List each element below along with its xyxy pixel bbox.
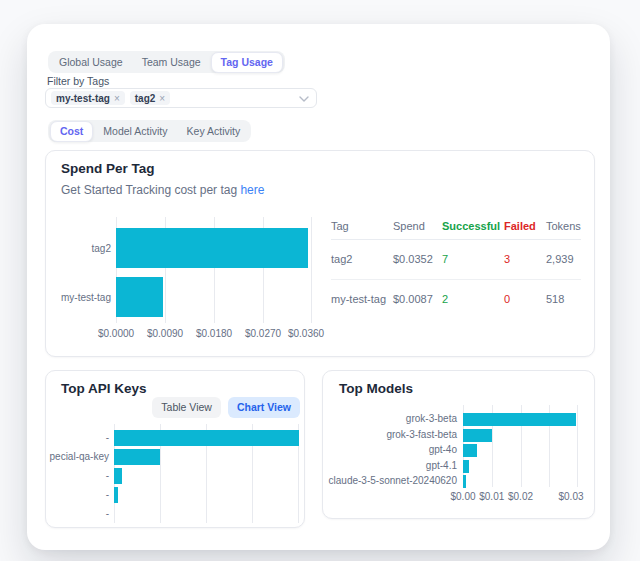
bar-api-key bbox=[114, 487, 118, 503]
bar-gpt-4-1 bbox=[463, 460, 469, 473]
here-link[interactable]: here bbox=[240, 183, 264, 197]
col-header-tag: Tag bbox=[331, 213, 393, 240]
x-tick: $0.03 bbox=[558, 491, 583, 502]
chart-category-label: grok-3-beta bbox=[323, 413, 457, 425]
view-tab-bar: Cost Model Activity Key Activity bbox=[48, 120, 251, 142]
spend-card-title: Spend Per Tag bbox=[61, 161, 155, 176]
bar-api-key bbox=[114, 468, 122, 484]
gridline bbox=[577, 405, 578, 487]
bar-claude-3-5-sonnet bbox=[463, 475, 466, 488]
top-api-keys-card: Top API Keys Table View Chart View - pec… bbox=[45, 370, 305, 528]
chart-view-button[interactable]: Chart View bbox=[228, 397, 300, 418]
spend-per-tag-chart bbox=[116, 217, 312, 323]
chart-category-label: tag2 bbox=[46, 243, 111, 255]
x-axis: $0.0000 $0.0090 $0.0180 $0.0270 $0.0360 bbox=[116, 328, 312, 340]
dashboard-panel: Global Usage Team Usage Tag Usage Filter… bbox=[27, 24, 610, 550]
top-api-keys-chart bbox=[114, 424, 299, 523]
x-axis: $0.00 $0.01 $0.02 $0.03 bbox=[463, 491, 578, 503]
models-card-title: Top Models bbox=[339, 381, 413, 396]
page: { "usage_tabs": { "items": [ {"label": "… bbox=[0, 0, 640, 561]
subtitle-text: Get Started Tracking cost per tag bbox=[61, 183, 240, 197]
bar-grok-3-fast-beta bbox=[463, 429, 492, 442]
bar-api-key bbox=[114, 449, 160, 465]
chart-category-label: - bbox=[46, 470, 109, 482]
filter-by-tags-label: Filter by Tags bbox=[47, 75, 109, 87]
tab-cost[interactable]: Cost bbox=[50, 121, 93, 142]
spend-per-tag-card: Spend Per Tag Get Started Tracking cost … bbox=[45, 150, 595, 357]
view-toggle: Table View Chart View bbox=[152, 397, 300, 418]
chart-category-label: grok-3-fast-beta bbox=[323, 429, 457, 441]
tab-tag-usage[interactable]: Tag Usage bbox=[211, 52, 283, 73]
chart-category-label: pecial-qa-key bbox=[46, 451, 109, 463]
tab-model-activity[interactable]: Model Activity bbox=[94, 121, 176, 141]
cell-successful: 7 bbox=[442, 240, 504, 280]
col-header-spend: Spend bbox=[393, 213, 442, 240]
chip-remove-icon[interactable]: × bbox=[114, 93, 120, 104]
cell-failed: 3 bbox=[504, 240, 546, 280]
x-tick: $0.02 bbox=[508, 491, 533, 502]
bar-tag2 bbox=[116, 228, 308, 268]
tab-global-usage[interactable]: Global Usage bbox=[50, 52, 132, 72]
cell-tag: my-test-tag bbox=[331, 280, 393, 319]
tag-stats-table: Tag Spend Successful Failed Tokens tag2 … bbox=[331, 213, 581, 319]
x-tick: $0.0000 bbox=[98, 328, 134, 339]
tag-filter-select[interactable]: my-test-tag × tag2 × bbox=[45, 88, 317, 108]
bar-gpt-4o bbox=[463, 444, 477, 457]
x-tick: $0.00 bbox=[450, 491, 475, 502]
chart-category-label: gpt-4.1 bbox=[323, 460, 457, 472]
top-models-card: Top Models grok-3-beta grok-3-fast-beta … bbox=[322, 370, 595, 519]
gridline bbox=[311, 217, 312, 323]
chart-category-label: - bbox=[46, 508, 109, 520]
tag-chip-label: my-test-tag bbox=[56, 93, 110, 104]
x-tick: $0.0090 bbox=[147, 328, 183, 339]
tab-key-activity[interactable]: Key Activity bbox=[178, 121, 250, 141]
chart-category-label: - bbox=[46, 432, 109, 444]
spend-card-subtitle: Get Started Tracking cost per tag here bbox=[61, 183, 264, 197]
cell-failed: 0 bbox=[504, 280, 546, 319]
cell-tokens: 518 bbox=[546, 280, 581, 319]
chart-category-label: - bbox=[46, 489, 109, 501]
bar-grok-3-beta bbox=[463, 413, 576, 426]
cell-tokens: 2,939 bbox=[546, 240, 581, 280]
x-tick: $0.01 bbox=[479, 491, 504, 502]
col-header-tokens: Tokens bbox=[546, 213, 581, 240]
keys-card-title: Top API Keys bbox=[61, 381, 147, 396]
tag-chip: my-test-tag × bbox=[51, 91, 125, 105]
col-header-successful: Successful bbox=[442, 213, 504, 240]
cell-successful: 2 bbox=[442, 280, 504, 319]
tag-chip-label: tag2 bbox=[135, 93, 156, 104]
tag-chip: tag2 × bbox=[130, 91, 170, 105]
cell-tag: tag2 bbox=[331, 240, 393, 280]
col-header-failed: Failed bbox=[504, 213, 546, 240]
cell-spend: $0.0352 bbox=[393, 240, 442, 280]
top-models-chart bbox=[463, 405, 578, 487]
chart-category-label: claude-3-5-sonnet-20240620 bbox=[323, 475, 457, 487]
x-tick: $0.0180 bbox=[196, 328, 232, 339]
bar-my-test-tag bbox=[116, 277, 163, 317]
cell-spend: $0.0087 bbox=[393, 280, 442, 319]
chevron-down-icon[interactable] bbox=[299, 96, 309, 102]
chart-category-label: gpt-4o bbox=[323, 444, 457, 456]
x-tick: $0.0270 bbox=[245, 328, 281, 339]
tab-team-usage[interactable]: Team Usage bbox=[133, 52, 210, 72]
bar-api-key bbox=[114, 430, 299, 446]
chart-category-label: my-test-tag bbox=[46, 292, 111, 304]
usage-tab-bar: Global Usage Team Usage Tag Usage bbox=[48, 51, 285, 73]
x-tick: $0.0360 bbox=[288, 328, 324, 339]
table-view-button[interactable]: Table View bbox=[152, 397, 221, 418]
chip-remove-icon[interactable]: × bbox=[159, 93, 165, 104]
